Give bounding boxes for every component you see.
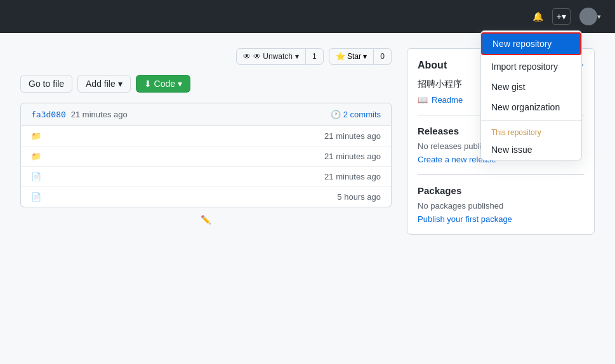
bell-icon: 🔔: [532, 11, 543, 22]
packages-title: Packages: [418, 185, 584, 196]
add-file-label: Add file: [86, 79, 116, 89]
star-button[interactable]: ⭐ Star ▾: [329, 48, 374, 65]
header: 🔔 + ▾ ▾ New repository Import repository…: [0, 0, 615, 33]
commits-count: 2 commits: [343, 110, 381, 119]
new-gist-item[interactable]: New gist: [481, 77, 581, 97]
file-icon: 📄: [31, 192, 41, 202]
watch-count: 1: [306, 48, 324, 65]
commit-bar: fa3d080 21 minutes ago 🕐 2 commits: [20, 103, 392, 126]
book-icon: 📖: [418, 95, 428, 105]
file-time: 21 minutes ago: [324, 172, 381, 181]
new-menu-button[interactable]: + ▾: [552, 8, 571, 25]
repo-actions: 👁 👁 Unwatch ▾ 1 ⭐ Star ▾ 0: [20, 48, 392, 65]
commits-link[interactable]: 🕐 2 commits: [331, 110, 381, 119]
new-organization-item[interactable]: New organization: [481, 97, 581, 117]
chevron-down-icon: ▾: [178, 79, 182, 89]
readme-label: Readme: [432, 95, 463, 105]
file-list: 📁 21 minutes ago 📁 21 minutes ago 📄 21 m…: [20, 126, 392, 207]
edit-button[interactable]: ✏️: [198, 212, 214, 227]
avatar: [579, 8, 597, 25]
this-repository-label: This repository: [481, 123, 581, 140]
new-issue-item[interactable]: New issue: [481, 140, 581, 160]
go-to-file-button[interactable]: Go to file: [20, 75, 72, 93]
folder-icon: 📁: [31, 152, 41, 161]
pencil-area: ✏️: [20, 212, 392, 227]
add-file-button[interactable]: Add file ▾: [77, 75, 131, 93]
watch-area: 👁 👁 Unwatch ▾ 1: [236, 48, 324, 65]
chevron-down-icon: ▾: [562, 11, 566, 22]
commit-hash[interactable]: fa3d080: [31, 110, 66, 119]
divider: [418, 174, 584, 175]
header-icons: 🔔 + ▾ ▾: [529, 5, 605, 28]
eye-icon: 👁: [243, 52, 251, 61]
file-icon: 📄: [31, 172, 41, 181]
avatar-button[interactable]: ▾: [576, 5, 605, 28]
file-actions: Go to file Add file ▾ ⬇ Code ▾: [20, 75, 392, 93]
chevron-down-icon: ▾: [295, 52, 299, 61]
watch-label: 👁 Unwatch: [253, 52, 293, 61]
no-packages-text: No packages published: [418, 201, 584, 211]
import-repository-item[interactable]: Import repository: [481, 56, 581, 77]
plus-icon: +: [557, 11, 562, 22]
star-area: ⭐ Star ▾ 0: [329, 48, 392, 65]
commit-time: 21 minutes ago: [71, 110, 128, 119]
folder-icon: 📁: [31, 131, 41, 141]
new-dropdown-menu: New repository Import repository New gis…: [480, 30, 582, 160]
table-row: 📁 21 minutes ago: [21, 126, 391, 146]
new-repository-item[interactable]: New repository: [481, 32, 581, 55]
clock-icon: 🕐: [331, 110, 341, 119]
go-to-file-label: Go to file: [29, 79, 64, 89]
file-time: 5 hours ago: [337, 192, 381, 202]
left-panel: 👁 👁 Unwatch ▾ 1 ⭐ Star ▾ 0 Go to file Ad…: [20, 48, 392, 245]
chevron-down-icon: ▾: [597, 13, 601, 21]
table-row: 📁 21 minutes ago: [21, 146, 391, 167]
watch-button[interactable]: 👁 👁 Unwatch ▾: [236, 48, 306, 65]
file-time: 21 minutes ago: [324, 152, 381, 161]
code-button[interactable]: ⬇ Code ▾: [136, 75, 190, 93]
about-title: About: [418, 60, 447, 71]
table-row: 📄 5 hours ago: [21, 187, 391, 207]
notifications-button[interactable]: 🔔: [529, 9, 547, 24]
chevron-down-icon: ▾: [363, 52, 367, 61]
code-label: ⬇ Code: [144, 79, 175, 89]
chevron-down-icon: ▾: [118, 79, 122, 89]
star-count: 0: [374, 48, 392, 65]
publish-package-link[interactable]: Publish your first package: [418, 214, 584, 224]
dropdown-divider: [481, 120, 581, 120]
table-row: 📄 21 minutes ago: [21, 167, 391, 187]
star-label: ⭐ Star: [336, 52, 361, 61]
file-time: 21 minutes ago: [324, 131, 381, 141]
